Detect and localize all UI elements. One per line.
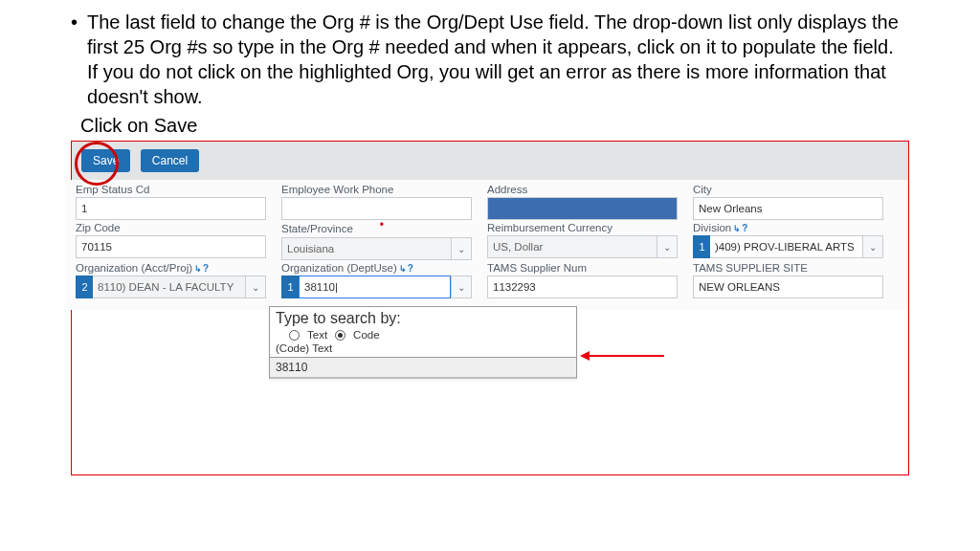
chevron-down-icon[interactable]: ⌄ xyxy=(451,237,472,260)
screenshot-panel: Save Cancel Emp Status Cd Employee Work … xyxy=(71,141,909,475)
state-label: State/Province• xyxy=(281,222,472,235)
city-input[interactable] xyxy=(693,197,883,220)
emp-status-label: Emp Status Cd xyxy=(76,184,266,195)
popup-result-item[interactable]: 38110 xyxy=(270,357,576,377)
supplier-site-input[interactable] xyxy=(693,276,883,298)
supplier-num-input[interactable] xyxy=(487,276,678,298)
division-select[interactable] xyxy=(710,235,862,258)
zip-input[interactable] xyxy=(76,235,266,258)
org-acctproj-label: Organization (Acct/Proj) ? xyxy=(76,262,266,274)
radio-code[interactable] xyxy=(335,330,345,341)
currency-label: Reimbursement Currency xyxy=(487,222,678,233)
popup-format-hint: (Code) Text xyxy=(270,342,576,357)
org-deptuse-label: Organization (DeptUse) ? xyxy=(281,262,472,274)
emp-status-input[interactable] xyxy=(76,197,266,220)
org-deptuse-input[interactable] xyxy=(299,276,451,298)
zip-label: Zip Code xyxy=(76,222,266,233)
click-save-text: Click on Save xyxy=(80,115,909,137)
address-input[interactable] xyxy=(487,197,678,220)
org-deptuse-badge: 1 xyxy=(281,276,299,298)
address-label: Address xyxy=(487,184,678,195)
city-label: City xyxy=(693,184,883,195)
help-icon[interactable]: ? xyxy=(733,223,747,233)
popup-title: Type to search by: xyxy=(270,307,576,327)
annotation-arrow-icon xyxy=(588,355,664,357)
work-phone-input[interactable] xyxy=(281,197,472,220)
org-acctproj-select[interactable] xyxy=(93,276,245,298)
search-popup: Type to search by: Text Code (Code) Text… xyxy=(269,306,577,379)
radio-text[interactable] xyxy=(289,330,300,341)
state-select[interactable] xyxy=(281,237,451,260)
help-icon[interactable]: ? xyxy=(399,263,413,274)
supplier-site-label: TAMS SUPPLIER SITE xyxy=(693,262,883,274)
chevron-down-icon[interactable]: ⌄ xyxy=(862,235,883,258)
work-phone-label: Employee Work Phone xyxy=(281,184,472,195)
chevron-down-icon[interactable]: ⌄ xyxy=(245,276,266,298)
division-badge: 1 xyxy=(693,235,710,258)
bullet-text: The last field to change the Org # is th… xyxy=(71,10,909,109)
toolbar: Save Cancel xyxy=(72,142,908,180)
chevron-down-icon[interactable]: ⌄ xyxy=(657,235,678,258)
cancel-button[interactable]: Cancel xyxy=(141,149,199,172)
radio-code-label: Code xyxy=(353,329,380,341)
chevron-down-icon[interactable]: ⌄ xyxy=(451,276,472,298)
supplier-num-label: TAMS Supplier Num xyxy=(487,262,678,274)
division-label: Division ? xyxy=(693,222,883,233)
help-icon[interactable]: ? xyxy=(194,263,209,274)
org-acctproj-badge: 2 xyxy=(76,276,93,298)
radio-text-label: Text xyxy=(307,329,327,341)
required-dot-icon: • xyxy=(380,218,384,231)
currency-select[interactable] xyxy=(487,235,657,258)
save-button[interactable]: Save xyxy=(81,149,130,172)
